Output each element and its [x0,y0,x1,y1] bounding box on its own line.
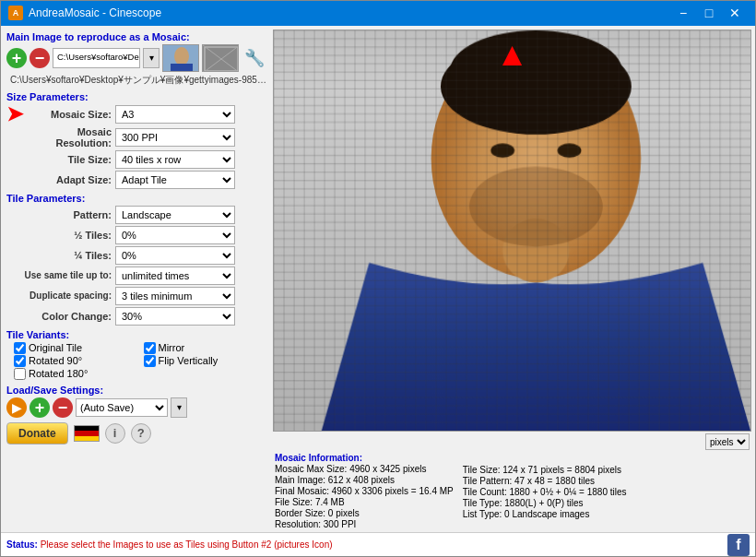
units-select[interactable]: pixels [705,433,750,450]
flip-vertically-label: Flip Vertically [159,355,219,366]
rotated-90-checkbox[interactable] [14,355,26,367]
app-icon: A [8,6,23,20]
donate-row: Donate i ? [6,422,267,444]
help-button[interactable]: ? [131,423,151,444]
size-params-label: Size Parameters: [6,91,267,102]
info-button[interactable]: i [105,423,125,444]
mosaic-file-size: File Size: 7.4 MB [275,497,454,507]
rotated-180-row: Rotated 180° [14,368,138,380]
rotated-180-checkbox[interactable] [14,368,26,380]
status-area: Status: Please select the Images to use … [6,539,333,550]
adapt-size-label: Adapt Size: [23,174,115,185]
half-tiles-row: ½ Tiles: 0% [6,226,267,244]
mosaic-info-heading: Mosaic Information: [275,453,454,463]
duplicate-label: Duplicate spacing: [23,290,115,301]
adapt-size-row: Adapt Size: Adapt Tile [6,171,267,189]
mosaic-border-size: Border Size: 0 pixels [275,508,454,518]
duplicate-select[interactable]: 3 tiles minimum [115,287,235,305]
thumbnail-2[interactable] [202,44,239,72]
tile-size-label: Tile Size: [23,154,115,165]
remove-image-button[interactable]: − [30,48,50,68]
tile-size-select[interactable]: 40 tiles x row [115,150,235,169]
mirror-label: Mirror [159,342,185,353]
tile-size-info: Tile Size: 124 x 71 pixels = 8804 pixels [463,465,627,475]
save-remove-button[interactable]: − [53,397,73,418]
tile-params-label: Tile Parameters: [6,193,267,204]
right-panel: ▲ pixels Mosaic Information: Mosaic Max … [273,26,755,532]
mosaic-size-label: Mosaic Size: [23,109,115,120]
mirror-checkbox[interactable] [144,342,156,354]
main-image-row: + − C:\Users¥softaro¥Desktop¥サンプル¥画像¥get… [6,44,267,72]
window: A AndreaMosaic - Cinescope − □ ✕ Main Im… [0,0,756,557]
mosaic-resolution-select[interactable]: 300 PPI [115,128,235,147]
half-tiles-label: ½ Tiles: [23,230,115,241]
mosaic-size-select[interactable]: A3 [115,105,235,124]
mosaic-final: Final Mosaic: 4960 x 3306 pixels = 16.4 … [275,486,454,496]
mosaic-main-image: Main Image: 612 x 408 pixels [275,475,454,485]
pattern-row: Pattern: Landscape [6,206,267,224]
svg-rect-2 [171,64,193,72]
mosaic-resolution: Resolution: 300 PPI [275,519,454,529]
tile-count-info: Tile Count: 1880 + 0½ + 0¼ = 1880 tiles [463,487,627,497]
window-title: AndreaMosaic - Cinescope [29,6,161,19]
color-change-label: Color Change: [23,311,115,322]
svg-point-1 [174,47,189,65]
flip-vertically-row: Flip Vertically [144,355,268,367]
path-dropdown[interactable]: ▾ [143,48,159,68]
mosaic-max-size: Mosaic Max Size: 4960 x 3425 pixels [275,464,454,474]
duplicate-row: Duplicate spacing: 3 tiles minimum [6,287,267,305]
main-image-path: C:\Users¥softaro¥Desktop¥サンプル¥画像¥gettyim… [53,48,140,68]
quarter-tiles-row: ¼ Tiles: 0% [6,246,267,265]
maximize-button[interactable]: □ [696,3,722,23]
adapt-size-select[interactable]: Adapt Tile [115,171,235,189]
color-change-select[interactable]: 30% [115,307,235,326]
facebook-icon[interactable]: f [727,534,750,556]
add-image-button[interactable]: + [6,48,27,68]
original-tile-checkbox[interactable] [14,342,26,354]
minimize-button[interactable]: − [670,3,696,23]
rotated-90-label: Rotated 90° [29,355,82,366]
mosaic-path-info: C:\Users¥softaro¥Desktop¥サンプル¥画像¥gettyim… [6,74,267,87]
tile-type-info: Tile Type: 1880(L) + 0(P) tiles [463,498,627,508]
left-panel: Main Image to reproduce as a Mosaic: + −… [1,26,273,532]
donate-button[interactable]: Donate [6,422,68,444]
pattern-select[interactable]: Landscape [115,206,235,224]
close-button[interactable]: ✕ [722,3,748,23]
mosaic-preview: ▲ [273,30,751,432]
load-save-label: Load/Save Settings: [6,385,267,396]
half-tiles-select[interactable]: 0% [115,226,235,244]
main-image-label: Main Image to reproduce as a Mosaic: [6,31,267,42]
mosaic-size-row: ➤ Mosaic Size: A3 [6,104,267,124]
quarter-tiles-select[interactable]: 0% [115,246,235,265]
rotated-90-row: Rotated 90° [14,355,138,367]
tile-size-row: Tile Size: 40 tiles x row [6,150,267,169]
save-add-button[interactable]: + [30,397,50,418]
use-same-row: Use same tile up to: unlimited times [6,267,267,285]
use-same-label: Use same tile up to: [23,270,115,280]
title-bar: A AndreaMosaic - Cinescope − □ ✕ [1,1,755,26]
original-tile-row: Original Tile [14,342,138,354]
arrow-left-icon-1: ➤ [6,104,23,124]
rotated-180-label: Rotated 180° [29,368,88,379]
quarter-tiles-label: ¼ Tiles: [23,250,115,261]
status-label: Status: [6,539,38,550]
flip-vertically-checkbox[interactable] [144,355,156,367]
tile-variants-label: Tile Variants: [6,329,267,340]
tile-pattern-info: Tile Pattern: 47 x 48 = 1880 tiles [463,476,627,486]
autosave-dropdown-arrow[interactable]: ▾ [171,397,187,418]
color-change-row: Color Change: 30% [6,307,267,326]
settings-wrench-button[interactable]: 🔧 [242,45,267,71]
mirror-row: Mirror [144,342,268,354]
pattern-label: Pattern: [23,209,115,220]
load-save-row: ▶ + − (Auto Save) ▾ [6,397,267,418]
thumbnail-1[interactable] [162,44,199,72]
load-button[interactable]: ▶ [6,397,27,418]
list-type-info: List Type: 0 Landscape images [463,509,627,519]
autosave-select[interactable]: (Auto Save) [76,398,168,417]
tile-variants-grid: Original Tile Mirror Rotated 90° Flip Ve… [14,342,267,380]
status-text: Please select the Images to use as Tiles… [41,539,333,550]
use-same-select[interactable]: unlimited times [115,267,235,285]
mosaic-resolution-label: Mosaic Resolution: [23,126,115,148]
mosaic-info-right: Tile Size: 124 x 71 pixels = 8804 pixels… [463,465,627,529]
mosaic-resolution-row: ➤ Mosaic Resolution: 300 PPI [6,126,267,148]
